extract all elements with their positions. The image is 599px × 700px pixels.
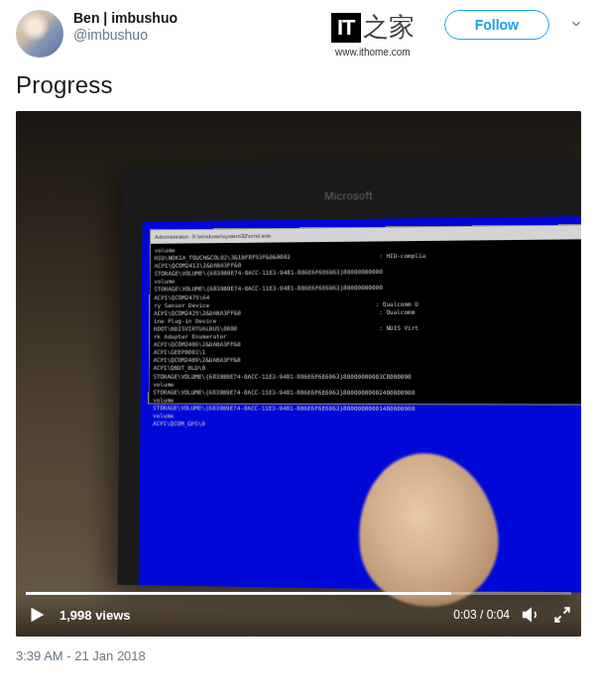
terminal-body: volume HID\NOKIA_TOUCH&COL02\3&1BF8F53F&…: [149, 239, 581, 432]
tweet-header: Ben | imbushuo @imbushuo IT 之家 www.ithom…: [16, 10, 583, 58]
video-player[interactable]: Microsoft Administrator: X:\windows\syst…: [16, 111, 581, 637]
watermark-logo-text: IT: [331, 13, 361, 43]
fullscreen-icon[interactable]: [553, 606, 571, 624]
watermark-url: www.ithome.com: [335, 47, 411, 58]
tweet-timestamp[interactable]: 3:39 AM - 21 Jan 2018: [16, 648, 583, 663]
terminal-window: Administrator: X:\windows\system32\cmd.e…: [148, 224, 581, 405]
current-time: 0:03: [453, 608, 476, 622]
chevron-down-icon[interactable]: [569, 17, 583, 34]
play-icon[interactable]: [26, 604, 48, 626]
svg-marker-1: [524, 609, 532, 621]
watermark: IT 之家 www.ithome.com: [331, 10, 415, 58]
phone-device: Microsoft Administrator: X:\windows\syst…: [117, 159, 581, 593]
video-controls: 1,998 views 0:03 / 0:04: [16, 593, 581, 637]
phone-brand-label: Microsoft: [324, 189, 373, 202]
volume-icon[interactable]: [522, 605, 541, 625]
views-count: 1,998 views: [60, 608, 441, 623]
video-time: 0:03 / 0:04: [453, 608, 510, 622]
svg-marker-0: [32, 608, 45, 623]
follow-button[interactable]: Follow: [444, 10, 549, 40]
tweet-text: Progress: [16, 71, 583, 99]
duration: 0:04: [487, 608, 510, 622]
watermark-home-char: 之家: [363, 10, 415, 45]
avatar[interactable]: [16, 10, 63, 58]
